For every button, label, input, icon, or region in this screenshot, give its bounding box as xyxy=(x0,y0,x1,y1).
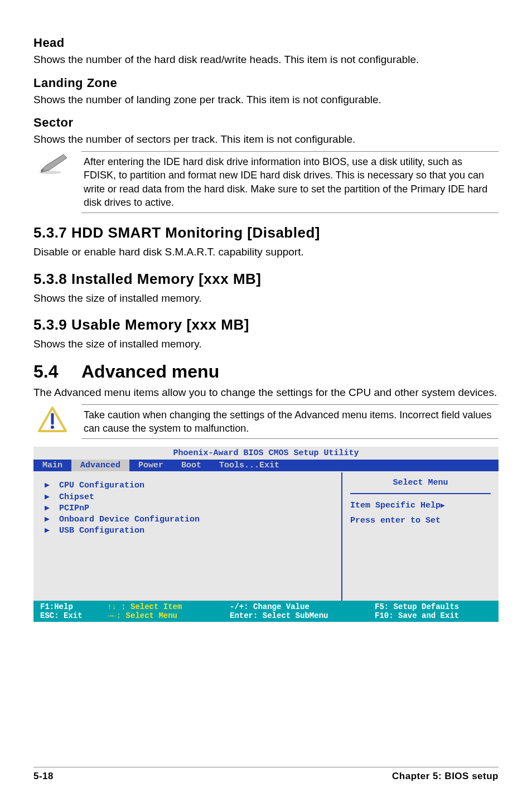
bios-title: Phoenix-Award BIOS CMOS Setup Utility xyxy=(33,447,499,460)
heading-advanced-menu: 5.4Advanced menu xyxy=(33,361,499,382)
text-head: Shows the number of the hard disk read/w… xyxy=(33,52,499,67)
page-footer: 5-18 Chapter 5: BIOS setup xyxy=(33,767,499,782)
bios-help-line1: Item Specific Help▶ xyxy=(350,501,491,510)
text-landing-zone: Shows the number of landing zone per tra… xyxy=(33,93,499,107)
triangle-right-icon: ▶ xyxy=(45,480,59,491)
heading-head: Head xyxy=(33,36,499,50)
bios-screenshot: Phoenix-Award BIOS CMOS Setup Utility Ma… xyxy=(33,447,499,622)
page-number: 5-18 xyxy=(33,771,54,782)
heading-advanced-title: Advanced menu xyxy=(81,361,219,381)
bios-footer: F1:Help ↑↓ : Select Item -/+: Change Val… xyxy=(33,601,499,622)
bios-left-pane: ▶CPU Configuration ▶Chipset ▶PCIPnP ▶Onb… xyxy=(33,472,342,601)
bios-item-chipset[interactable]: ▶Chipset xyxy=(45,492,330,503)
svg-marker-1 xyxy=(41,154,67,172)
bios-item-onboard[interactable]: ▶Onboard Device Configuration xyxy=(45,514,330,525)
bios-tab-main[interactable]: Main xyxy=(33,460,71,471)
heading-landing-zone: Landing Zone xyxy=(33,76,499,90)
bios-menubar: Main Advanced Power Boot Tools...Exit xyxy=(33,460,499,471)
note-pencil: After entering the IDE hard disk drive i… xyxy=(33,151,499,213)
bios-item-label: Chipset xyxy=(59,492,94,503)
triangle-right-icon: ▶ xyxy=(45,503,59,514)
bios-footer-change-value: -/+: Change Value xyxy=(230,602,375,611)
chapter-title: Chapter 5: BIOS setup xyxy=(392,771,499,782)
bios-right-title: Select Menu xyxy=(350,472,491,494)
bios-footer-select-menu: →←: Select Menu xyxy=(107,611,230,620)
pencil-icon xyxy=(38,151,71,178)
heading-advanced-num: 5.4 xyxy=(33,361,81,382)
text-sector: Shows the number of sectors per track. T… xyxy=(33,132,499,147)
bios-footer-help: F1:Help xyxy=(40,602,107,611)
bios-tab-tools-exit[interactable]: Tools...Exit xyxy=(210,460,288,471)
bios-footer-select-item: ↑↓ : Select Item xyxy=(107,602,230,611)
text-advanced-menu: The Advanced menu items allow you to cha… xyxy=(33,385,499,400)
bios-item-pcipnp[interactable]: ▶PCIPnP xyxy=(45,503,330,514)
note-pencil-text: After entering the IDE hard disk drive i… xyxy=(81,151,499,213)
svg-point-5 xyxy=(51,426,54,429)
note-caution-text: Take caution when changing the settings … xyxy=(81,404,499,439)
bios-item-label: USB Configuration xyxy=(59,525,144,537)
heading-sector: Sector xyxy=(33,115,499,130)
note-caution: Take caution when changing the settings … xyxy=(33,404,499,439)
bios-footer-setup-defaults: F5: Setup Defaults xyxy=(375,602,492,611)
bios-footer-select-submenu: Enter: Select SubMenu xyxy=(230,611,375,620)
bios-item-label: Onboard Device Configuration xyxy=(59,514,200,525)
heading-installed-memory: 5.3.8 Installed Memory [xxx MB] xyxy=(33,270,499,288)
bios-item-label: CPU Configuration xyxy=(59,480,144,491)
text-installed-memory: Shows the size of installed memory. xyxy=(33,291,499,306)
heading-usable-memory: 5.3.9 Usable Memory [xxx MB] xyxy=(33,316,499,334)
triangle-right-icon: ▶ xyxy=(45,492,59,503)
triangle-right-icon: ▶ xyxy=(441,501,445,510)
bios-footer-exit: ESC: Exit xyxy=(40,611,107,620)
bios-tab-advanced[interactable]: Advanced xyxy=(71,460,129,471)
bios-footer-save-exit: F10: Save and Exit xyxy=(375,611,492,620)
bios-tab-power[interactable]: Power xyxy=(129,460,172,471)
text-usable-memory: Shows the size of installed memory. xyxy=(33,337,499,351)
bios-help-line2: Press enter to Set xyxy=(350,516,491,525)
warning-icon xyxy=(38,404,71,434)
bios-item-label: PCIPnP xyxy=(59,503,89,514)
triangle-right-icon: ▶ xyxy=(45,525,59,537)
bios-item-usb[interactable]: ▶USB Configuration xyxy=(45,525,330,537)
bios-item-cpu[interactable]: ▶CPU Configuration xyxy=(45,480,330,491)
heading-hdd-smart: 5.3.7 HDD SMART Monitoring [Disabled] xyxy=(33,224,499,241)
triangle-right-icon: ▶ xyxy=(45,514,59,525)
bios-tab-boot[interactable]: Boot xyxy=(172,460,210,471)
bios-right-pane: Select Menu Item Specific Help▶ Press en… xyxy=(342,472,499,601)
text-hdd-smart: Disable or enable hard disk S.M.A.R.T. c… xyxy=(33,245,499,259)
